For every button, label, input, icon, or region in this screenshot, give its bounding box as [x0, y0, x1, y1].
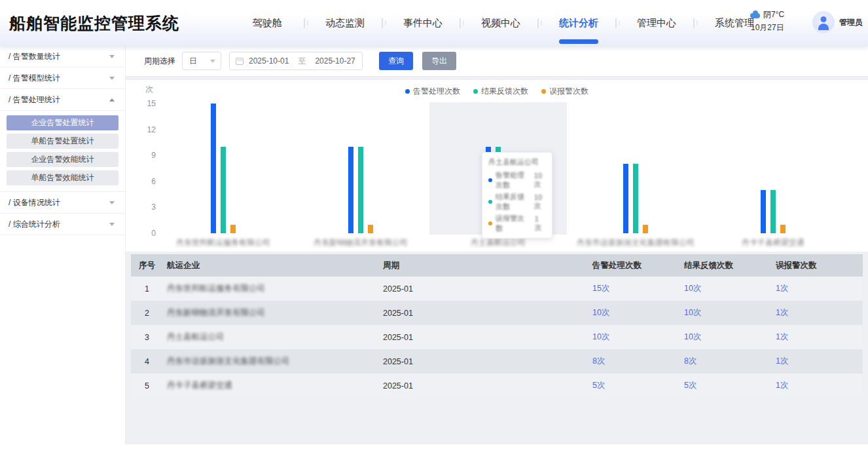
cell-feedback[interactable]: 10次	[684, 283, 776, 294]
nav-tab-label: 视频中心	[481, 17, 520, 29]
chart-tooltip: 丹土县航运公司 告警处理次数 10 次 结果反馈次数 10 次 误报警次数 1 …	[482, 152, 552, 239]
cell-false-alarm[interactable]: 1次	[776, 307, 863, 318]
y-axis-tick: 12	[132, 125, 156, 134]
table-header-cell: 结果反馈次数	[684, 260, 776, 271]
chevron-down-icon	[109, 223, 115, 226]
cell-feedback[interactable]: 8次	[684, 356, 776, 367]
cell-handled[interactable]: 5次	[592, 380, 684, 391]
bar-false-alarm[interactable]	[643, 225, 648, 233]
cell-false-alarm[interactable]: 1次	[776, 332, 863, 343]
cell-company: 丹土县航运公司	[167, 332, 383, 343]
cell-false-alarm[interactable]: 1次	[776, 356, 863, 367]
table-row: 4丹东市达坂旅游文化集团有限公司2025-018次8次1次	[131, 349, 863, 373]
cell-feedback[interactable]: 5次	[684, 380, 776, 391]
export-button[interactable]: 导出	[422, 52, 456, 70]
tooltip-row: 误报警次数 1 次	[488, 214, 546, 233]
cell-handled[interactable]: 8次	[592, 356, 684, 367]
series-dot-icon	[488, 178, 492, 182]
chevron-down-icon	[109, 77, 115, 80]
sidebar-item-alarm-count-stats[interactable]: / 告警数量统计	[0, 46, 125, 67]
sidebar-item-comprehensive-stats[interactable]: / 综合统计分析	[0, 214, 125, 235]
sidebar-subitem-enterprise-alarm-disposal-stats[interactable]: 企业告警处置统计	[7, 115, 118, 130]
date-end-value[interactable]: 2025-10-27	[315, 56, 355, 66]
date-start-value[interactable]: 2025-10-01	[249, 56, 289, 66]
y-axis-tick: 3	[132, 202, 156, 212]
sidebar-item-label: / 综合统计分析	[9, 219, 60, 230]
bar-handled[interactable]	[761, 190, 766, 233]
nav-tab-event-center[interactable]: 事件中心	[389, 0, 457, 46]
bar-false-alarm[interactable]	[230, 225, 236, 233]
y-axis-tick: 0	[132, 229, 156, 238]
nav-tab-statistics-analysis[interactable]: 统计分析	[545, 0, 613, 46]
sidebar-item-label: / 告警处理统计	[9, 94, 60, 105]
bar-feedback[interactable]	[358, 147, 363, 233]
series-dot-icon	[473, 89, 478, 94]
chevron-down-icon	[210, 60, 215, 63]
period-select-label: 周期选择	[144, 56, 175, 67]
category-band	[567, 102, 704, 235]
category-band	[292, 102, 429, 235]
bar-handled[interactable]	[623, 164, 628, 233]
cell-company: 丹东新锦物流开发有限公司	[167, 307, 383, 318]
period-select-value: 日	[189, 56, 197, 67]
legend-item-0[interactable]: 告警处理次数	[405, 86, 460, 97]
chevron-down-icon	[109, 201, 115, 204]
table-header-cell: 告警处理次数	[592, 260, 684, 271]
nav-tab-label: 事件中心	[403, 17, 443, 29]
user-menu[interactable]: 管理员	[812, 11, 863, 33]
weather-text: 阴7°C	[763, 9, 784, 20]
cell-feedback[interactable]: 10次	[684, 332, 776, 343]
legend-item-2[interactable]: 误报警次数	[541, 86, 588, 97]
date-range-picker[interactable]: 2025-10-01 至 2025-10-27	[229, 52, 363, 70]
sidebar-item-alarm-handling-stats[interactable]: / 告警处理统计	[0, 89, 125, 111]
bar-handled[interactable]	[348, 147, 353, 233]
sidebar-subitem-enterprise-alarm-efficiency-stats[interactable]: 企业告警效能统计	[7, 152, 118, 167]
bar-feedback[interactable]	[633, 164, 638, 233]
sidebar-item-label: / 告警模型统计	[9, 73, 60, 84]
nav-tab-cockpit[interactable]: 驾驶舱	[233, 0, 301, 46]
cell-handled[interactable]: 10次	[592, 332, 684, 343]
nav-tab-label: 管理中心	[637, 17, 676, 29]
bar-feedback[interactable]	[221, 147, 226, 233]
sidebar-item-label: / 设备情况统计	[9, 197, 60, 208]
sidebar-item-label: / 告警数量统计	[9, 51, 60, 62]
bar-chart: 告警处理次数结果反馈次数误报警次数 次 03691215 丹东世邦航运服务有限公…	[126, 80, 868, 252]
table-header-cell: 序号	[131, 260, 167, 271]
bar-handled[interactable]	[211, 104, 216, 233]
bar-false-alarm[interactable]	[368, 225, 373, 233]
cell-false-alarm[interactable]: 1次	[776, 380, 863, 391]
table-header-cell: 周期	[383, 260, 592, 271]
table-header-cell: 航运企业	[167, 260, 383, 271]
x-axis-label: 丹东市达坂旅游文化集团有限公司	[567, 237, 704, 248]
nav-tab-video-center[interactable]: 视频中心	[467, 0, 535, 46]
nav-tab-management-center[interactable]: 管理中心	[623, 0, 691, 46]
query-button[interactable]: 查询	[379, 52, 413, 70]
bar-group	[292, 147, 429, 233]
sidebar-item-device-status-stats[interactable]: / 设备情况统计	[0, 192, 125, 214]
bar-feedback[interactable]	[770, 190, 776, 233]
table-row: 5丹卡子县桥梁交通2025-015次5次1次	[131, 373, 863, 398]
legend-item-1[interactable]: 结果反馈次数	[473, 86, 528, 97]
cell-feedback[interactable]: 10次	[684, 307, 776, 318]
sidebar-submenu: 企业告警处置统计单船告警处置统计企业告警效能统计单船告警效能统计	[0, 111, 125, 192]
series-dot-icon	[405, 89, 410, 94]
app-window: 船舶智能监控管理系统 驾驶舱动态监测事件中心视频中心统计分析管理中心系统管理 阴…	[0, 0, 868, 458]
cell-index: 2	[131, 309, 167, 318]
cell-false-alarm[interactable]: 1次	[776, 283, 863, 294]
sidebar-subitem-ship-alarm-disposal-stats[interactable]: 单船告警处置统计	[7, 134, 118, 149]
sidebar-item-alarm-model-stats[interactable]: / 告警模型统计	[0, 67, 125, 89]
y-axis-unit-label: 次	[145, 84, 153, 95]
tooltip-row: 告警处理次数 10 次	[488, 170, 546, 190]
nav-tab-dynamic-monitoring[interactable]: 动态监测	[311, 0, 379, 46]
cell-period: 2025-01	[383, 381, 592, 391]
bar-false-alarm[interactable]	[780, 225, 786, 233]
cell-period: 2025-01	[383, 284, 592, 294]
x-axis-label: 丹土县航运公司	[429, 237, 567, 248]
cell-period: 2025-01	[383, 357, 592, 366]
table-header-cell: 误报警次数	[776, 260, 863, 271]
cell-handled[interactable]: 10次	[592, 307, 684, 318]
period-select[interactable]: 日	[182, 52, 221, 70]
sidebar-subitem-ship-alarm-efficiency-stats[interactable]: 单船告警效能统计	[7, 170, 118, 185]
cell-handled[interactable]: 15次	[592, 283, 684, 294]
cell-index: 3	[131, 333, 167, 342]
